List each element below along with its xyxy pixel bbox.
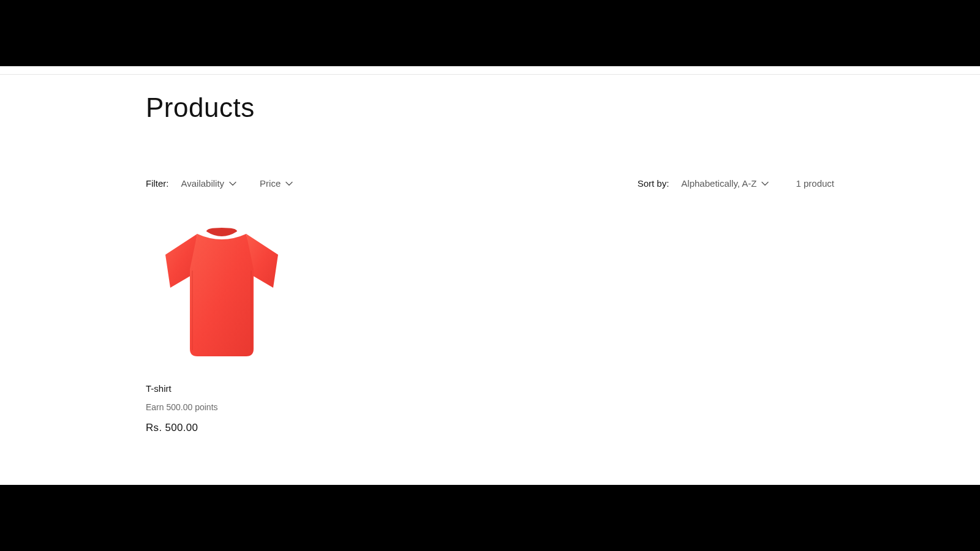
filter-availability[interactable]: Availability — [181, 178, 237, 189]
sort-label: Sort by: — [638, 178, 669, 189]
page-title: Products — [146, 67, 834, 123]
chevron-down-icon — [229, 181, 236, 186]
letterbox-bottom — [0, 485, 980, 551]
product-name: T-shirt — [146, 383, 298, 394]
product-price: Rs. 500.00 — [146, 422, 298, 434]
toolbar: Filter: Availability Price Sort by: — [146, 178, 834, 189]
chevron-down-icon — [285, 181, 293, 186]
filter-item-label: Price — [260, 178, 281, 189]
main-content: Products Filter: Availability Price — [0, 66, 980, 485]
filter-group: Filter: Availability Price — [146, 178, 293, 189]
divider — [0, 74, 980, 75]
product-grid: T-shirt Earn 500.00 points Rs. 500.00 — [146, 213, 834, 434]
product-count: 1 product — [796, 178, 834, 189]
filter-price[interactable]: Price — [260, 178, 293, 189]
filter-item-label: Availability — [181, 178, 225, 189]
tshirt-icon — [154, 220, 289, 367]
sort-select[interactable]: Alphabetically, A-Z — [681, 178, 769, 189]
product-points: Earn 500.00 points — [146, 402, 298, 412]
product-image — [146, 213, 298, 375]
letterbox-top — [0, 0, 980, 66]
sort-group: Sort by: Alphabetically, A-Z 1 product — [638, 178, 834, 189]
filter-label: Filter: — [146, 178, 169, 189]
product-card[interactable]: T-shirt Earn 500.00 points Rs. 500.00 — [146, 213, 298, 434]
sort-selected-value: Alphabetically, A-Z — [681, 178, 756, 189]
chevron-down-icon — [761, 181, 769, 186]
